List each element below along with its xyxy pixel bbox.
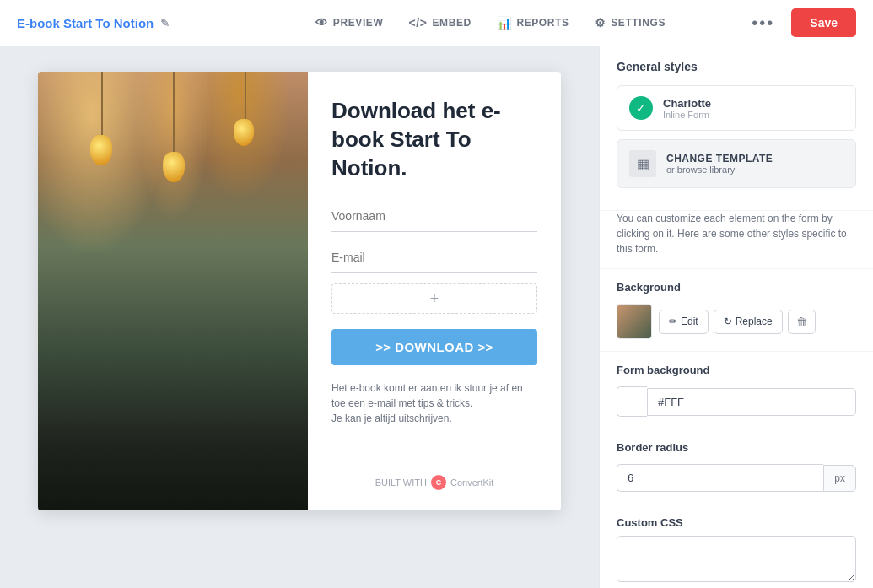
nav-embed[interactable]: </> EMBED (408, 16, 471, 30)
change-template-subtitle: or browse library (666, 165, 773, 175)
form-content: Download het e-book Start To Notion. + >… (308, 72, 561, 510)
change-template-button[interactable]: ▦ CHANGE TEMPLATE or browse library (617, 139, 856, 188)
preview-icon: 👁 (315, 16, 328, 30)
background-section: Background ✏ Edit ↻ Replace 🗑 (600, 268, 873, 351)
app-title: E-book Start To Notion (17, 16, 154, 30)
lamp-wire-2 (173, 72, 175, 156)
color-swatch[interactable] (617, 386, 647, 417)
nav-reports-label: REPORTS (516, 17, 569, 29)
border-radius-row: px (617, 464, 856, 492)
pencil-icon: ✏ (669, 316, 677, 327)
nav-reports[interactable]: 📊 REPORTS (497, 16, 569, 30)
more-options-button[interactable]: ••• (745, 10, 781, 36)
right-panel: General styles ✓ Charlotte Inline Form ▦… (599, 46, 873, 588)
save-button[interactable]: Save (791, 8, 856, 37)
background-label: Background (617, 281, 856, 294)
reports-icon: 📊 (497, 16, 512, 30)
template-info: Charlotte Inline Form (663, 97, 711, 120)
template-check-icon: ✓ (629, 96, 653, 120)
template-selector[interactable]: ✓ Charlotte Inline Form (617, 85, 856, 131)
template-type: Inline Form (663, 110, 711, 120)
color-value-input[interactable] (647, 388, 856, 416)
form-image (38, 72, 308, 510)
edit-title-icon[interactable]: ✎ (160, 17, 170, 30)
form-footer-text: Het e-book komt er aan en ik stuur je af… (331, 380, 537, 426)
form-heading: Download het e-book Start To Notion. (331, 97, 537, 182)
form-card: Download het e-book Start To Notion. + >… (38, 72, 561, 510)
change-template-icon: ▦ (629, 150, 656, 177)
nav-embed-label: EMBED (432, 17, 471, 29)
powered-by-label: ConvertKit (450, 477, 493, 488)
built-with-label: BUILT WITH (375, 477, 427, 488)
replace-icon: ↻ (724, 316, 732, 327)
top-navigation: E-book Start To Notion ✎ 👁 PREVIEW </> E… (0, 0, 873, 46)
change-template-title: CHANGE TEMPLATE (666, 153, 773, 165)
lamp-bulb-3 (234, 119, 254, 146)
edit-background-button[interactable]: ✏ Edit (659, 310, 709, 334)
form-background-section: Form background (600, 351, 873, 429)
background-actions: ✏ Edit ↻ Replace 🗑 (659, 310, 816, 334)
lamp-bulb-1 (90, 135, 112, 165)
custom-css-input[interactable] (617, 536, 856, 582)
form-background-row (617, 386, 856, 417)
panel-title: General styles (617, 60, 856, 73)
nav-center: 👁 PREVIEW </> EMBED 📊 REPORTS ⚙ SETTINGS (236, 16, 745, 30)
add-field-button[interactable]: + (331, 283, 537, 314)
template-name: Charlotte (663, 97, 711, 110)
settings-icon: ⚙ (595, 16, 606, 30)
preview-area: Download het e-book Start To Notion. + >… (0, 46, 599, 588)
lamp-wire-1 (101, 72, 103, 139)
form-built-with: BUILT WITH C ConvertKit (331, 475, 537, 490)
panel-description: You can customize each element on the fo… (600, 211, 873, 268)
border-unit: px (823, 465, 856, 492)
lamp-bulb-2 (163, 152, 185, 182)
nav-right: ••• Save (745, 8, 856, 37)
lamp-wire-3 (245, 72, 246, 122)
custom-css-label: Custom CSS (617, 516, 856, 529)
change-template-text: CHANGE TEMPLATE or browse library (666, 153, 773, 175)
add-field-icon: + (430, 290, 439, 308)
nav-settings[interactable]: ⚙ SETTINGS (595, 16, 666, 30)
nav-settings-label: SETTINGS (611, 17, 666, 29)
background-row: ✏ Edit ↻ Replace 🗑 (617, 304, 856, 339)
border-radius-section: Border radius px (600, 429, 873, 504)
trash-icon: 🗑 (796, 316, 807, 328)
form-background-label: Form background (617, 364, 856, 376)
nav-preview[interactable]: 👁 PREVIEW (315, 16, 383, 30)
embed-icon: </> (408, 16, 427, 30)
border-radius-label: Border radius (617, 441, 856, 454)
email-input[interactable] (331, 242, 537, 273)
firstname-input[interactable] (331, 201, 537, 232)
app-title-area: E-book Start To Notion ✎ (17, 16, 236, 30)
download-button[interactable]: >> DOWNLOAD >> (331, 329, 537, 365)
convertkit-logo: C (431, 475, 446, 490)
main-layout: Download het e-book Start To Notion. + >… (0, 46, 873, 588)
background-thumbnail[interactable] (617, 304, 652, 339)
nav-preview-label: PREVIEW (333, 17, 384, 29)
border-radius-input[interactable] (617, 464, 823, 492)
panel-header: General styles ✓ Charlotte Inline Form ▦… (600, 46, 873, 211)
delete-background-button[interactable]: 🗑 (788, 310, 816, 334)
custom-css-section: Custom CSS (600, 504, 873, 588)
replace-background-button[interactable]: ↻ Replace (714, 310, 783, 334)
